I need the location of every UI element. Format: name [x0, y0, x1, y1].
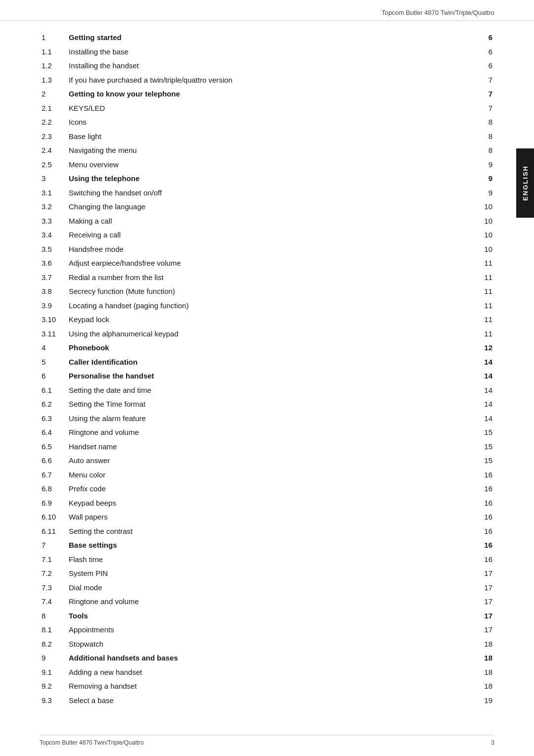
toc-row: 6Personalise the handset14 — [40, 369, 494, 383]
toc-number: 1.1 — [40, 45, 67, 59]
toc-number: 3.6 — [40, 256, 67, 271]
toc-number: 7.2 — [40, 567, 67, 581]
toc-number: 7.4 — [40, 595, 67, 609]
toc-page: 16 — [467, 538, 494, 553]
toc-page: 9 — [467, 186, 494, 200]
toc-label: Installing the handset — [67, 59, 467, 73]
toc-number: 6 — [40, 369, 67, 383]
toc-label: Receiving a call — [67, 228, 467, 242]
header-title: Topcom Butler 4870 Twin/Triple/Quattro — [382, 9, 494, 16]
toc-page: 16 — [467, 524, 494, 539]
page-footer: Topcom Butler 4870 Twin/Triple/Quattro 3 — [40, 735, 494, 746]
toc-label: Switching the handset on/off — [67, 186, 467, 200]
toc-row: 9.3Select a base19 — [40, 694, 494, 708]
toc-row: 1Getting started6 — [40, 31, 494, 45]
toc-label: If you have purchased a twin/triple/quat… — [67, 73, 467, 88]
toc-number: 2.3 — [40, 130, 67, 144]
toc-row: 9Additional handsets and bases18 — [40, 651, 494, 665]
toc-label: Handset name — [67, 440, 467, 454]
toc-row: 3.8Secrecy function (Mute function)11 — [40, 284, 494, 299]
toc-page: 8 — [467, 115, 494, 130]
toc-page: 17 — [467, 581, 494, 595]
toc-page: 14 — [467, 412, 494, 426]
toc-label: Wall papers — [67, 510, 467, 524]
toc-row: 6.10Wall papers16 — [40, 510, 494, 524]
toc-label: Phonebook — [67, 341, 467, 355]
toc-number: 6.2 — [40, 397, 67, 412]
toc-number: 2.5 — [40, 158, 67, 172]
toc-label: Caller Identification — [67, 355, 467, 370]
toc-row: 3.11Using the alphanumerical keypad11 — [40, 327, 494, 341]
toc-number: 6.4 — [40, 425, 67, 440]
toc-page: 10 — [467, 228, 494, 242]
toc-row: 8Tools17 — [40, 609, 494, 623]
toc-number: 3.10 — [40, 313, 67, 327]
toc-row: 2.2Icons8 — [40, 115, 494, 130]
toc-number: 7 — [40, 538, 67, 553]
toc-page: 14 — [467, 383, 494, 398]
toc-row: 8.1Appointments17 — [40, 623, 494, 637]
toc-row: 7.1Flash time16 — [40, 553, 494, 567]
toc-number: 6.8 — [40, 482, 67, 496]
toc-number: 3.5 — [40, 242, 67, 257]
toc-row: 6.2Setting the Time format14 — [40, 397, 494, 412]
toc-row: 6.1Setting the date and time14 — [40, 383, 494, 398]
toc-label: Additional handsets and bases — [67, 651, 467, 665]
toc-label: Prefix code — [67, 482, 467, 496]
toc-label: Appointments — [67, 623, 467, 637]
toc-row: 6.8Prefix code16 — [40, 482, 494, 496]
toc-row: 2.4Navigating the menu8 — [40, 143, 494, 158]
toc-number: 8 — [40, 609, 67, 623]
toc-page: 16 — [467, 510, 494, 524]
toc-page: 10 — [467, 200, 494, 214]
toc-row: 7.2System PIN17 — [40, 567, 494, 581]
toc-label: Personalise the handset — [67, 369, 467, 383]
toc-number: 1.3 — [40, 73, 67, 88]
language-label: ENGLISH — [522, 165, 529, 201]
toc-page: 9 — [467, 158, 494, 172]
toc-page: 11 — [467, 299, 494, 313]
toc-page: 10 — [467, 214, 494, 229]
toc-number: 6.5 — [40, 440, 67, 454]
toc-page: 17 — [467, 609, 494, 623]
toc-number: 3 — [40, 172, 67, 186]
toc-number: 9.2 — [40, 679, 67, 694]
toc-number: 6.11 — [40, 524, 67, 539]
toc-number: 3.8 — [40, 284, 67, 299]
toc-row: 3.1Switching the handset on/off9 — [40, 186, 494, 200]
toc-row: 3.2Changing the language10 — [40, 200, 494, 214]
toc-page: 19 — [467, 694, 494, 708]
toc-number: 9 — [40, 651, 67, 665]
toc-page: 7 — [467, 73, 494, 88]
toc-label: Navigating the menu — [67, 143, 467, 158]
toc-number: 1.2 — [40, 59, 67, 73]
toc-number: 3.4 — [40, 228, 67, 242]
toc-label: Setting the Time format — [67, 397, 467, 412]
toc-number: 8.2 — [40, 637, 67, 652]
toc-label: Tools — [67, 609, 467, 623]
toc-row: 1.2Installing the handset6 — [40, 59, 494, 73]
toc-row: 2.1KEYS/LED7 — [40, 101, 494, 116]
toc-number: 6.9 — [40, 496, 67, 511]
toc-page: 11 — [467, 256, 494, 271]
toc-label: Setting the contrast — [67, 524, 467, 539]
toc-label: Icons — [67, 115, 467, 130]
toc-page: 16 — [467, 482, 494, 496]
toc-page: 11 — [467, 313, 494, 327]
toc-row: 1.1Installing the base6 — [40, 45, 494, 59]
toc-row: 1.3If you have purchased a twin/triple/q… — [40, 73, 494, 88]
toc-label: Making a call — [67, 214, 467, 229]
toc-label: Adjust earpiece/handsfree volume — [67, 256, 467, 271]
toc-label: Redial a number from the list — [67, 271, 467, 285]
toc-page: 18 — [467, 665, 494, 680]
top-header: Topcom Butler 4870 Twin/Triple/Quattro — [0, 0, 534, 21]
toc-page: 15 — [467, 425, 494, 440]
toc-page: 17 — [467, 623, 494, 637]
toc-label: Ringtone and volume — [67, 425, 467, 440]
toc-label: Changing the language — [67, 200, 467, 214]
toc-number: 4 — [40, 341, 67, 355]
toc-number: 6.7 — [40, 468, 67, 482]
toc-label: Adding a new handset — [67, 665, 467, 680]
toc-number: 3.7 — [40, 271, 67, 285]
toc-label: Setting the date and time — [67, 383, 467, 398]
